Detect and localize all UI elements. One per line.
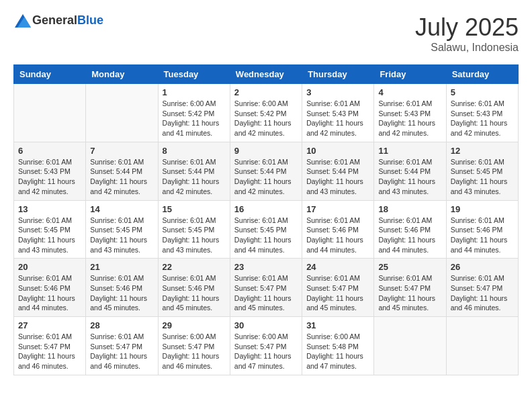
calendar-cell: 8Sunrise: 6:01 AM Sunset: 5:44 PM Daylig… xyxy=(158,142,230,200)
logo: GeneralBlue xyxy=(13,13,103,28)
calendar-cell xyxy=(14,84,86,142)
day-number: 27 xyxy=(18,320,81,330)
logo-icon xyxy=(15,14,31,28)
day-number: 31 xyxy=(306,320,369,330)
day-info: Sunrise: 6:01 AM Sunset: 5:47 PM Dayligh… xyxy=(451,273,514,313)
calendar-week-1: 1Sunrise: 6:00 AM Sunset: 5:42 PM Daylig… xyxy=(14,84,519,142)
calendar-cell: 23Sunrise: 6:01 AM Sunset: 5:47 PM Dayli… xyxy=(230,259,302,317)
day-number: 28 xyxy=(90,320,153,330)
day-number: 1 xyxy=(163,87,226,97)
calendar-cell: 14Sunrise: 6:01 AM Sunset: 5:45 PM Dayli… xyxy=(86,200,158,259)
calendar-cell: 1Sunrise: 6:00 AM Sunset: 5:42 PM Daylig… xyxy=(158,84,230,142)
day-number: 23 xyxy=(234,262,298,272)
day-info: Sunrise: 6:01 AM Sunset: 5:44 PM Dayligh… xyxy=(163,157,226,197)
day-number: 22 xyxy=(163,262,226,272)
day-info: Sunrise: 6:01 AM Sunset: 5:46 PM Dayligh… xyxy=(163,273,226,313)
day-info: Sunrise: 6:01 AM Sunset: 5:47 PM Dayligh… xyxy=(306,273,369,313)
calendar-cell: 12Sunrise: 6:01 AM Sunset: 5:45 PM Dayli… xyxy=(446,142,518,200)
day-info: Sunrise: 6:01 AM Sunset: 5:45 PM Dayligh… xyxy=(18,216,81,255)
calendar-week-2: 6Sunrise: 6:01 AM Sunset: 5:43 PM Daylig… xyxy=(14,142,519,200)
calendar-cell: 16Sunrise: 6:01 AM Sunset: 5:45 PM Dayli… xyxy=(230,200,302,259)
calendar-cell xyxy=(374,317,446,375)
day-info: Sunrise: 6:01 AM Sunset: 5:47 PM Dayligh… xyxy=(378,273,441,313)
day-info: Sunrise: 6:00 AM Sunset: 5:47 PM Dayligh… xyxy=(163,332,226,371)
day-number: 20 xyxy=(18,262,81,272)
calendar-cell xyxy=(86,84,158,142)
day-info: Sunrise: 6:01 AM Sunset: 5:43 PM Dayligh… xyxy=(378,99,441,138)
day-number: 6 xyxy=(18,146,81,156)
day-number: 10 xyxy=(306,146,369,156)
day-number: 19 xyxy=(451,204,514,214)
day-number: 3 xyxy=(306,87,369,97)
day-number: 4 xyxy=(378,87,441,97)
day-info: Sunrise: 6:00 AM Sunset: 5:47 PM Dayligh… xyxy=(234,332,298,371)
day-number: 24 xyxy=(306,262,369,272)
day-number: 21 xyxy=(90,262,153,272)
calendar-cell: 28Sunrise: 6:01 AM Sunset: 5:47 PM Dayli… xyxy=(86,317,158,375)
day-info: Sunrise: 6:01 AM Sunset: 5:46 PM Dayligh… xyxy=(378,216,441,255)
calendar-cell: 27Sunrise: 6:01 AM Sunset: 5:47 PM Dayli… xyxy=(14,317,86,375)
month-title: July 2025 xyxy=(415,13,519,42)
location-title: Salawu, Indonesia xyxy=(415,42,519,54)
calendar-table: Sunday Monday Tuesday Wednesday Thursday… xyxy=(13,64,519,375)
calendar-cell: 9Sunrise: 6:01 AM Sunset: 5:44 PM Daylig… xyxy=(230,142,302,200)
day-number: 15 xyxy=(163,204,226,214)
logo-general-text: General xyxy=(32,13,77,27)
day-info: Sunrise: 6:01 AM Sunset: 5:47 PM Dayligh… xyxy=(234,273,298,313)
calendar-cell: 18Sunrise: 6:01 AM Sunset: 5:46 PM Dayli… xyxy=(374,200,446,259)
title-block: July 2025 Salawu, Indonesia xyxy=(415,13,519,54)
calendar-cell: 10Sunrise: 6:01 AM Sunset: 5:44 PM Dayli… xyxy=(302,142,374,200)
calendar-cell: 6Sunrise: 6:01 AM Sunset: 5:43 PM Daylig… xyxy=(14,142,86,200)
day-info: Sunrise: 6:01 AM Sunset: 5:44 PM Dayligh… xyxy=(378,157,441,197)
col-tuesday: Tuesday xyxy=(158,65,230,84)
calendar-cell: 3Sunrise: 6:01 AM Sunset: 5:43 PM Daylig… xyxy=(302,84,374,142)
day-info: Sunrise: 6:01 AM Sunset: 5:46 PM Dayligh… xyxy=(18,273,81,313)
day-info: Sunrise: 6:01 AM Sunset: 5:43 PM Dayligh… xyxy=(451,99,514,138)
day-number: 12 xyxy=(451,146,514,156)
day-info: Sunrise: 6:01 AM Sunset: 5:44 PM Dayligh… xyxy=(306,157,369,197)
day-info: Sunrise: 6:01 AM Sunset: 5:43 PM Dayligh… xyxy=(306,99,369,138)
day-number: 26 xyxy=(451,262,514,272)
calendar-week-4: 20Sunrise: 6:01 AM Sunset: 5:46 PM Dayli… xyxy=(14,259,519,317)
calendar-cell: 21Sunrise: 6:01 AM Sunset: 5:46 PM Dayli… xyxy=(86,259,158,317)
day-info: Sunrise: 6:01 AM Sunset: 5:45 PM Dayligh… xyxy=(234,216,298,255)
day-info: Sunrise: 6:01 AM Sunset: 5:47 PM Dayligh… xyxy=(90,332,153,371)
calendar-cell: 29Sunrise: 6:00 AM Sunset: 5:47 PM Dayli… xyxy=(158,317,230,375)
calendar-cell: 11Sunrise: 6:01 AM Sunset: 5:44 PM Dayli… xyxy=(374,142,446,200)
day-info: Sunrise: 6:01 AM Sunset: 5:45 PM Dayligh… xyxy=(90,216,153,255)
col-thursday: Thursday xyxy=(302,65,374,84)
day-number: 2 xyxy=(234,87,298,97)
calendar-cell: 22Sunrise: 6:01 AM Sunset: 5:46 PM Dayli… xyxy=(158,259,230,317)
calendar-cell: 17Sunrise: 6:01 AM Sunset: 5:46 PM Dayli… xyxy=(302,200,374,259)
day-number: 16 xyxy=(234,204,298,214)
day-number: 11 xyxy=(378,146,441,156)
day-number: 18 xyxy=(378,204,441,214)
calendar-cell: 26Sunrise: 6:01 AM Sunset: 5:47 PM Dayli… xyxy=(446,259,518,317)
header-row: Sunday Monday Tuesday Wednesday Thursday… xyxy=(14,65,519,84)
calendar-cell: 31Sunrise: 6:00 AM Sunset: 5:48 PM Dayli… xyxy=(302,317,374,375)
day-info: Sunrise: 6:01 AM Sunset: 5:44 PM Dayligh… xyxy=(234,157,298,197)
day-number: 14 xyxy=(90,204,153,214)
calendar-body: 1Sunrise: 6:00 AM Sunset: 5:42 PM Daylig… xyxy=(14,84,519,375)
calendar-cell: 24Sunrise: 6:01 AM Sunset: 5:47 PM Dayli… xyxy=(302,259,374,317)
calendar-week-5: 27Sunrise: 6:01 AM Sunset: 5:47 PM Dayli… xyxy=(14,317,519,375)
day-number: 30 xyxy=(234,320,298,330)
col-sunday: Sunday xyxy=(14,65,86,84)
day-info: Sunrise: 6:01 AM Sunset: 5:47 PM Dayligh… xyxy=(18,332,81,371)
day-number: 9 xyxy=(234,146,298,156)
calendar-cell: 15Sunrise: 6:01 AM Sunset: 5:45 PM Dayli… xyxy=(158,200,230,259)
page-header: GeneralBlue July 2025 Salawu, Indonesia xyxy=(13,13,519,54)
day-number: 17 xyxy=(306,204,369,214)
col-wednesday: Wednesday xyxy=(230,65,302,84)
calendar-cell: 25Sunrise: 6:01 AM Sunset: 5:47 PM Dayli… xyxy=(374,259,446,317)
day-number: 8 xyxy=(163,146,226,156)
day-info: Sunrise: 6:01 AM Sunset: 5:46 PM Dayligh… xyxy=(90,273,153,313)
day-info: Sunrise: 6:01 AM Sunset: 5:46 PM Dayligh… xyxy=(306,216,369,255)
day-number: 29 xyxy=(163,320,226,330)
calendar-cell xyxy=(446,317,518,375)
day-info: Sunrise: 6:01 AM Sunset: 5:45 PM Dayligh… xyxy=(163,216,226,255)
calendar-cell: 13Sunrise: 6:01 AM Sunset: 5:45 PM Dayli… xyxy=(14,200,86,259)
calendar-cell: 2Sunrise: 6:00 AM Sunset: 5:42 PM Daylig… xyxy=(230,84,302,142)
day-number: 7 xyxy=(90,146,153,156)
day-info: Sunrise: 6:00 AM Sunset: 5:48 PM Dayligh… xyxy=(306,332,369,371)
